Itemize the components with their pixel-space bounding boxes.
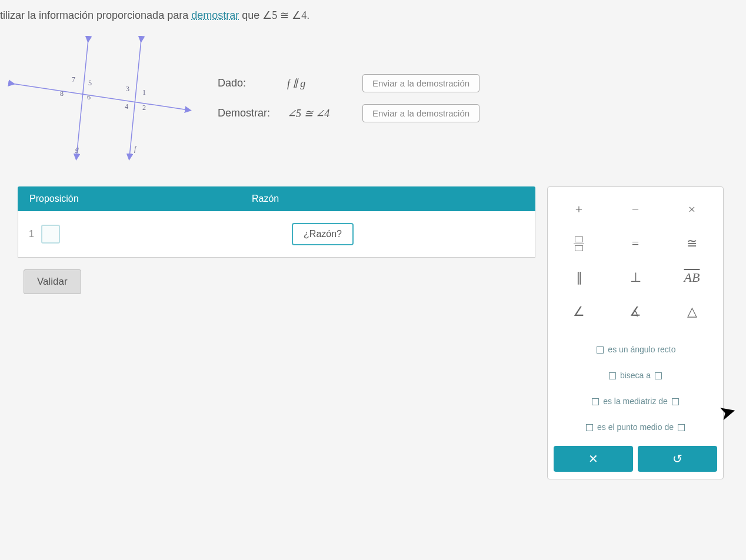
fraction-symbol[interactable] — [552, 228, 605, 259]
segment-symbol[interactable]: AB — [665, 262, 718, 293]
geometry-diagram: 7 5 8 6 3 1 4 2 g f — [6, 34, 194, 163]
undo-button[interactable]: ↺ — [638, 446, 717, 472]
prompt-angle5: ∠5 — [262, 9, 277, 21]
phrase-midpoint-text: es el punto medio de — [597, 422, 674, 432]
line-label-g: g — [75, 145, 79, 153]
given-block: Dado: f ∥ g Enviar a la demostración Dem… — [218, 74, 479, 122]
perpendicular-symbol[interactable]: ⊥ — [609, 262, 662, 293]
phrase-list: es un ángulo recto biseca a es la mediat… — [552, 335, 718, 446]
proof-header: Proposición Razón — [18, 186, 535, 211]
slot-icon — [592, 398, 599, 405]
angle-symbol[interactable]: ∠ — [552, 296, 605, 327]
prompt-angle4: ∠4 — [292, 9, 307, 21]
svg-line-2 — [129, 39, 141, 157]
prompt-prefix: tilizar la información proporcionada par… — [0, 9, 191, 21]
phrase-right-angle[interactable]: es un ángulo recto — [555, 339, 716, 360]
send-dado-button[interactable]: Enviar a la demostración — [362, 74, 479, 92]
equals-symbol[interactable]: = — [609, 228, 662, 259]
prompt-mid: que — [239, 9, 262, 21]
plus-symbol[interactable]: + — [552, 194, 605, 225]
dado-value: f ∥ g — [287, 77, 352, 90]
angle-label-6: 6 — [87, 93, 91, 101]
question-prompt: tilizar la información proporcionada par… — [0, 6, 746, 34]
proof-row-1: 1 ¿Razón? — [18, 211, 535, 257]
measured-angle-symbol[interactable]: ∡ — [609, 296, 662, 327]
main-area: Proposición Razón 1 ¿Razón? Validar + − … — [0, 186, 746, 479]
demostrar-value: ∠5 ≅ ∠4 — [287, 107, 352, 120]
angle-label-1: 1 — [142, 88, 146, 96]
phrase-bisects[interactable]: biseca a — [555, 365, 716, 386]
demostrar-link[interactable]: demostrar — [191, 9, 239, 21]
svg-line-0 — [12, 84, 188, 110]
slot-icon — [609, 372, 616, 379]
phrase-perp-bisector[interactable]: es la mediatriz de — [555, 391, 716, 412]
dado-row: Dado: f ∥ g Enviar a la demostración — [218, 74, 479, 92]
symbol-toolbox: + − × = ≅ ∥ ⊥ AB ∠ ∡ △ es un ángulo rect… — [547, 186, 724, 479]
angle-label-5: 5 — [88, 79, 92, 87]
demostrar-row: Demostrar: ∠5 ≅ ∠4 Enviar a la demostrac… — [218, 104, 479, 122]
top-section: 7 5 8 6 3 1 4 2 g f Dado: f ∥ g Enviar a… — [0, 34, 746, 186]
reason-button[interactable]: ¿Razón? — [292, 223, 354, 245]
prompt-suffix: . — [307, 9, 309, 21]
times-symbol[interactable]: × — [665, 194, 718, 225]
triangle-symbol[interactable]: △ — [665, 296, 718, 327]
send-demostrar-button[interactable]: Enviar a la demostración — [362, 104, 479, 122]
parallel-symbol[interactable]: ∥ — [552, 262, 605, 293]
toolbox-actions: ✕ ↺ — [552, 446, 718, 472]
prompt-rel: ≅ — [277, 9, 292, 21]
angle-label-4: 4 — [125, 102, 128, 111]
slot-icon — [655, 372, 662, 379]
angle-label-3: 3 — [126, 85, 129, 93]
proof-body: 1 ¿Razón? — [18, 211, 535, 258]
dado-label: Dado: — [218, 77, 277, 89]
proof-panel: Proposición Razón 1 ¿Razón? Validar — [18, 186, 535, 479]
phrase-right-angle-text: es un ángulo recto — [608, 345, 675, 354]
col-razon: Razón — [252, 194, 524, 204]
slot-icon — [597, 346, 604, 354]
phrase-bisects-text: biseca a — [620, 371, 651, 380]
angle-label-2: 2 — [142, 104, 146, 112]
angle-label-8: 8 — [60, 89, 64, 98]
minus-symbol[interactable]: − — [609, 194, 662, 225]
phrase-midpoint[interactable]: es el punto medio de — [555, 416, 716, 438]
slot-icon — [672, 398, 679, 405]
congruent-symbol[interactable]: ≅ — [665, 228, 718, 259]
col-proposicion: Proposición — [29, 194, 252, 204]
validate-button[interactable]: Validar — [24, 269, 81, 294]
phrase-perp-bisector-text: es la mediatriz de — [603, 396, 668, 406]
angle-label-7: 7 — [72, 75, 75, 84]
slot-icon — [586, 424, 593, 431]
symbol-grid: + − × = ≅ ∥ ⊥ AB ∠ ∡ △ — [552, 194, 718, 327]
proposition-input[interactable] — [41, 225, 60, 244]
clear-button[interactable]: ✕ — [554, 446, 633, 472]
slot-icon — [678, 424, 685, 431]
demostrar-label: Demostrar: — [218, 107, 277, 119]
line-label-f: f — [134, 145, 137, 153]
svg-line-1 — [76, 39, 88, 157]
step-number: 1 — [29, 229, 34, 239]
